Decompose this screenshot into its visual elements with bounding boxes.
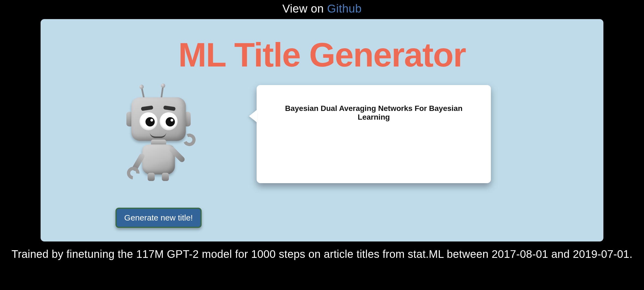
header-link-row: View on Github: [282, 0, 362, 19]
generate-button[interactable]: Generate new title!: [116, 208, 202, 228]
page-title: ML Title Generator: [60, 35, 584, 74]
header-prefix: View on: [282, 2, 327, 15]
main-card: ML Title Generator: [41, 19, 603, 241]
github-link[interactable]: Github: [327, 2, 362, 15]
robot-icon: [115, 82, 202, 186]
speech-bubble: Bayesian Dual Averaging Networks For Bay…: [257, 85, 491, 183]
content-row: Generate new title! Bayesian Dual Averag…: [60, 82, 584, 228]
footer-description: Trained by finetuning the 117M GPT-2 mod…: [11, 248, 633, 260]
generated-title-text: Bayesian Dual Averaging Networks For Bay…: [270, 104, 477, 122]
robot-column: Generate new title!: [115, 82, 202, 228]
